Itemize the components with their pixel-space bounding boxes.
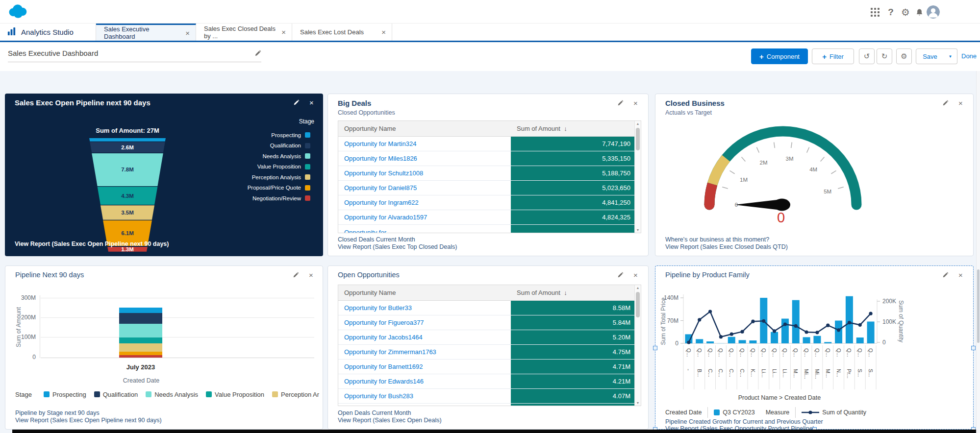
bar-total-price[interactable]: [813, 336, 821, 343]
bar-segment-qualification[interactable]: [119, 313, 162, 324]
bar-segment-perception-analysis[interactable]: [119, 343, 162, 352]
settings-gear-icon[interactable]: ⚙: [899, 6, 912, 19]
legend-item-prospecting[interactable]: Prospecting: [248, 130, 314, 141]
app-launcher-grid-icon[interactable]: [869, 6, 881, 19]
undo-button[interactable]: ↺: [859, 48, 875, 64]
edit-title-pencil-icon[interactable]: [254, 50, 261, 58]
legend-item-negotiation-review[interactable]: Negotiation/Review: [248, 193, 314, 204]
close-widget-icon[interactable]: ×: [308, 99, 315, 107]
opportunity-link[interactable]: Opportunity for Miles1826: [338, 151, 511, 166]
close-widget-icon[interactable]: ×: [632, 272, 639, 279]
line-marker[interactable]: [794, 324, 798, 328]
line-marker[interactable]: [837, 328, 840, 332]
bar-total-price[interactable]: [717, 343, 725, 343]
line-marker[interactable]: [848, 321, 851, 324]
edit-widget-pencil-icon[interactable]: [942, 272, 949, 279]
column-header-opportunity-name[interactable]: Opportunity Name: [338, 121, 511, 136]
opportunity-link[interactable]: Opportunity for Martin324: [338, 137, 511, 151]
tab-sales-executive-dashboard[interactable]: Sales Executive Dashboard ×: [96, 24, 196, 41]
line-marker[interactable]: [719, 335, 723, 338]
quantity-line[interactable]: [689, 312, 871, 342]
opportunity-link[interactable]: [338, 404, 511, 406]
line-marker[interactable]: [773, 329, 776, 333]
scroll-down-arrow[interactable]: ▼: [635, 227, 641, 233]
page-scrollbar[interactable]: [976, 71, 980, 433]
notification-bell-icon[interactable]: [913, 6, 926, 19]
column-header-sum-of-amount[interactable]: Sum of Amount ↓: [511, 285, 635, 300]
tab-sales-exec-closed-deals[interactable]: Sales Exec Closed Deals by ... ×: [196, 24, 292, 41]
bar-total-price[interactable]: [846, 296, 853, 343]
close-widget-icon[interactable]: ×: [957, 272, 964, 279]
add-component-button[interactable]: + Component: [751, 48, 808, 64]
opportunity-link[interactable]: Opportunity for Butler33: [338, 301, 511, 315]
view-report-link[interactable]: View Report (Sales Exec Closed Deals QTD…: [665, 243, 788, 250]
scrollbar-thumb[interactable]: [636, 292, 640, 317]
bar-total-price[interactable]: [867, 321, 875, 343]
bar-segment-proposal-price-quote[interactable]: [119, 352, 162, 355]
legend-item-qualification[interactable]: Qualification: [94, 391, 138, 398]
dashboard-title-input[interactable]: Sales Executive Dashboard: [8, 49, 261, 62]
bar-total-price[interactable]: [824, 342, 831, 343]
salesforce-logo[interactable]: [7, 4, 28, 22]
legend-item-qualification[interactable]: Qualification: [248, 141, 314, 151]
opportunity-link[interactable]: Opportunity for Figueroa377: [338, 315, 511, 330]
funnel-segment-qualification[interactable]: 2.6M: [89, 142, 166, 153]
view-report-link[interactable]: View Report (Sales Exec Open Deals): [338, 417, 442, 424]
save-button[interactable]: Save: [916, 48, 944, 64]
dashboard-settings-button[interactable]: ⚙: [896, 48, 912, 64]
opportunity-link[interactable]: Opportunity for Barnett1692: [338, 360, 511, 374]
line-marker[interactable]: [826, 324, 829, 327]
funnel-segment-needs-analysis[interactable]: 7.8M: [89, 153, 166, 186]
bar-segment-negotiation-review[interactable]: [119, 355, 162, 358]
page-scrollbar-thumb[interactable]: [977, 269, 980, 343]
opportunity-link[interactable]: Opportunity for Alvarado1597: [338, 210, 511, 224]
line-marker[interactable]: [751, 320, 754, 323]
line-marker[interactable]: [687, 340, 690, 344]
scroll-up-arrow[interactable]: ▲: [635, 285, 641, 290]
resize-handle-left[interactable]: [653, 346, 657, 350]
bar-segment-value-proposition[interactable]: [119, 337, 162, 343]
user-avatar[interactable]: [927, 5, 940, 19]
legend-item-needs-analysis[interactable]: Needs Analysis: [146, 391, 198, 398]
legend-item-value-proposition[interactable]: Value Proposition: [206, 391, 264, 398]
add-filter-button[interactable]: + Filter: [812, 48, 854, 64]
edit-widget-pencil-icon[interactable]: [617, 272, 624, 279]
scroll-up-arrow[interactable]: ▲: [635, 121, 641, 126]
tab-close-icon[interactable]: ×: [281, 28, 286, 36]
funnel-segment-value-proposition[interactable]: 4.3M: [89, 187, 166, 205]
scroll-down-arrow[interactable]: ▼: [635, 400, 641, 406]
opportunity-link[interactable]: Opportunity for Jacobs1464: [338, 330, 511, 344]
scrollbar-thumb[interactable]: [636, 128, 640, 150]
legend-item-perception-analysis[interactable]: Perception Analysis: [272, 391, 319, 398]
bar-total-price[interactable]: [706, 341, 714, 343]
opportunity-link[interactable]: Opportunity for Zimmerman1763: [338, 345, 511, 359]
opportunity-link[interactable]: Opportunity for Daniel875: [338, 181, 511, 195]
funnel-segment-perception-analysis[interactable]: 3.5M: [89, 205, 166, 220]
line-marker[interactable]: [869, 312, 872, 315]
legend-item-sum-of-quantity[interactable]: Sum of Quantity: [802, 409, 866, 416]
opportunity-link[interactable]: Opportunity for …: [338, 225, 511, 233]
line-marker[interactable]: [740, 330, 744, 334]
bar-total-price[interactable]: [835, 321, 842, 344]
view-report-link[interactable]: View Report (Sales Exec Open Pipeline ne…: [15, 241, 169, 247]
opportunity-link[interactable]: Opportunity for Bush283: [338, 389, 511, 403]
legend-item-value-proposition[interactable]: Value Proposition: [248, 162, 314, 172]
line-marker[interactable]: [858, 323, 862, 327]
table-scrollbar[interactable]: ▲ ▼: [634, 121, 641, 233]
table-scrollbar[interactable]: ▲ ▼: [634, 285, 641, 406]
legend-item-proposal-price-quote[interactable]: Proposal/Price Quote: [248, 183, 314, 193]
view-report-link[interactable]: View Report (Sales Exec Open Pipeline ne…: [15, 417, 162, 424]
column-header-opportunity-name[interactable]: Opportunity Name: [338, 285, 511, 300]
line-marker[interactable]: [698, 318, 701, 321]
edit-widget-pencil-icon[interactable]: [292, 272, 300, 279]
bar-total-price[interactable]: [771, 332, 778, 343]
bar-total-price[interactable]: [728, 337, 735, 343]
line-marker[interactable]: [762, 319, 765, 323]
bar-segment-prospecting[interactable]: [119, 308, 162, 313]
tab-close-icon[interactable]: ×: [381, 28, 386, 36]
bar-total-price[interactable]: [696, 339, 703, 343]
bar-total-price[interactable]: [781, 319, 789, 343]
redo-button[interactable]: ↻: [877, 48, 892, 64]
view-report-link[interactable]: View Report (Sales Exec Top Closed Deals…: [338, 243, 457, 250]
close-widget-icon[interactable]: ×: [632, 100, 639, 107]
